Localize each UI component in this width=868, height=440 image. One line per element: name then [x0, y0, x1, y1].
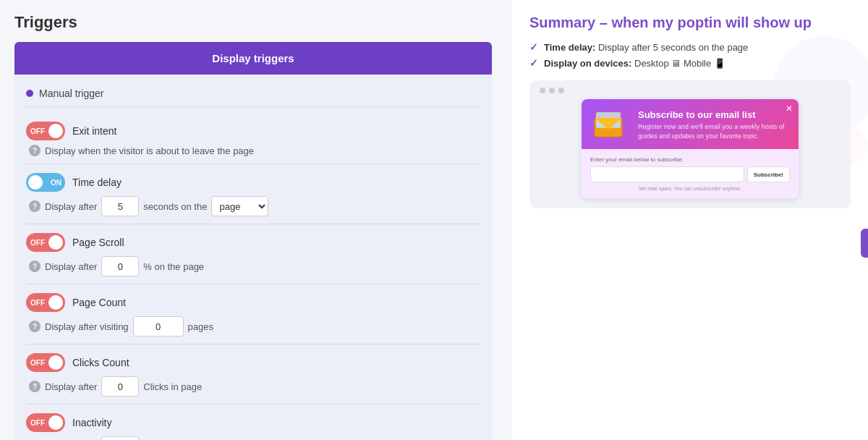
inactivity-desc: ? Display after seconds after the visito…: [26, 436, 480, 440]
page-count-help-icon[interactable]: ?: [29, 321, 41, 332]
clicks-count-toggle[interactable]: OFF: [26, 353, 65, 372]
manual-trigger-label: Manual trigger: [39, 88, 104, 99]
popup-header-text: Subscribe to our email list Register now…: [638, 109, 787, 140]
exit-intent-toggle[interactable]: OFF: [26, 122, 65, 140]
manual-trigger-row: Manual trigger: [26, 83, 480, 107]
clicks-count-suffix: Clicks in page: [143, 381, 202, 392]
clicks-count-toggle-label: OFF: [30, 359, 45, 367]
page-scroll-toggle[interactable]: OFF: [26, 233, 65, 252]
exit-intent-toggle-knob: [48, 124, 63, 138]
clicks-count-name: Clicks Count: [72, 357, 129, 368]
clicks-count-desc: ? Display after Clicks in page: [26, 376, 480, 397]
email-icon: [593, 111, 629, 140]
time-delay-select[interactable]: page session visit: [211, 196, 268, 216]
clicks-count-toggle-knob: [48, 355, 63, 370]
page-count-input[interactable]: [133, 316, 184, 337]
popup-input-row: Subscribe!: [590, 166, 790, 182]
popup-body-label: Enter your email below to subscribe:: [590, 156, 790, 163]
time-delay-toggle-label: ON: [51, 179, 61, 187]
clicks-count-row: OFF Clicks Count: [26, 353, 480, 372]
browser-bar: [540, 88, 841, 93]
page-scroll-row: OFF Page Scroll: [26, 233, 480, 252]
popup-header-sub: Register now and we'll email you a weekl…: [638, 122, 787, 140]
trigger-item-page-count: OFF Page Count ? Display after visiting …: [26, 284, 480, 344]
inactivity-toggle-label: OFF: [30, 419, 45, 427]
page-count-toggle[interactable]: OFF: [26, 293, 65, 312]
triggers-body: Manual trigger OFF Exit intent ? Display…: [14, 75, 492, 440]
page-count-suffix: pages: [188, 321, 213, 332]
time-delay-help-icon[interactable]: ?: [29, 200, 41, 212]
time-delay-toggle-knob: [28, 175, 43, 190]
page-scroll-help-icon[interactable]: ?: [29, 261, 41, 272]
exit-intent-row: OFF Exit intent: [26, 122, 480, 140]
time-delay-input[interactable]: [101, 196, 139, 216]
trigger-item-clicks-count: OFF Clicks Count ? Display after Clicks …: [26, 344, 480, 405]
page-count-prefix: Display after visiting: [45, 321, 129, 332]
page-count-row: OFF Page Count: [26, 293, 480, 312]
inactivity-row: OFF Inactivity: [26, 413, 480, 432]
time-delay-prefix: Display after: [45, 201, 97, 212]
right-panel: Summary – when my poptin will show up ✓ …: [512, 0, 868, 440]
inactivity-toggle[interactable]: OFF: [26, 413, 65, 432]
page-scroll-name: Page Scroll: [72, 237, 124, 248]
popup-header-title: Subscribe to our email list: [638, 109, 787, 120]
trigger-item-exit-intent: OFF Exit intent ? Display when the visit…: [26, 113, 480, 164]
page-count-name: Page Count: [72, 297, 126, 308]
display-triggers-card: Display triggers Manual trigger OFF Exit…: [14, 42, 492, 440]
popup-preview-container: ✕ Subscribe to our email list Register n…: [529, 80, 851, 208]
trigger-item-inactivity: OFF Inactivity ? Display after seconds a…: [26, 405, 480, 440]
popup-close-button[interactable]: ✕: [786, 103, 793, 114]
page-count-toggle-knob: [48, 295, 63, 310]
time-delay-suffix: seconds on the: [143, 201, 207, 212]
page-count-toggle-label: OFF: [30, 299, 45, 307]
popup-header: ✕ Subscribe to our email list Register n…: [582, 99, 799, 149]
time-delay-row: ON Time delay: [26, 173, 480, 192]
left-panel: Triggers Display triggers Manual trigger…: [0, 0, 506, 440]
exit-intent-desc: ? Display when the visitor is about to l…: [26, 145, 480, 156]
page-title: Triggers: [14, 13, 492, 32]
inactivity-name: Inactivity: [72, 417, 111, 428]
page-scroll-desc: ? Display after % on the page: [26, 256, 480, 276]
browser-dot-1: [540, 88, 545, 93]
exit-intent-description: Display when the visitor is about to lea…: [45, 145, 254, 156]
display-triggers-header: Display triggers: [14, 42, 492, 75]
exit-intent-help-icon[interactable]: ?: [29, 145, 41, 156]
page-scroll-prefix: Display after: [45, 261, 97, 272]
inactivity-toggle-knob: [48, 415, 63, 430]
browser-dot-2: [549, 88, 555, 93]
trigger-item-page-scroll: OFF Page Scroll ? Display after % on the…: [26, 224, 480, 284]
page-scroll-input[interactable]: [101, 256, 139, 276]
page-scroll-suffix: % on the page: [143, 261, 204, 272]
popup-body: Enter your email below to subscribe: Sub…: [582, 149, 799, 198]
exit-intent-name: Exit intent: [72, 125, 116, 137]
page-count-desc: ? Display after visiting pages: [26, 316, 480, 337]
popup-footer-text: We hate spam. You can unsubscribe anytim…: [590, 186, 790, 191]
popup-email-input[interactable]: [590, 166, 744, 182]
manual-trigger-dot: [26, 90, 33, 97]
check-icon-devices: ✓: [529, 57, 538, 69]
trigger-item-time-delay: ON Time delay ? Display after seconds on…: [26, 164, 480, 224]
popup-card: ✕ Subscribe to our email list Register n…: [582, 99, 799, 198]
clicks-count-input[interactable]: [101, 376, 139, 397]
clicks-count-prefix: Display after: [45, 381, 97, 392]
page-scroll-toggle-label: OFF: [30, 239, 45, 247]
scroll-indicator[interactable]: [861, 229, 868, 258]
check-icon-time-delay: ✓: [529, 41, 538, 53]
browser-dot-3: [558, 88, 564, 93]
inactivity-input[interactable]: [101, 436, 139, 440]
page-scroll-toggle-knob: [48, 235, 63, 250]
time-delay-toggle[interactable]: ON: [26, 173, 65, 192]
time-delay-name: Time delay: [72, 177, 122, 188]
clicks-count-help-icon[interactable]: ?: [29, 381, 41, 392]
time-delay-desc: ? Display after seconds on the page sess…: [26, 196, 480, 216]
popup-subscribe-button[interactable]: Subscribe!: [747, 166, 790, 182]
exit-intent-toggle-label: OFF: [30, 127, 45, 135]
